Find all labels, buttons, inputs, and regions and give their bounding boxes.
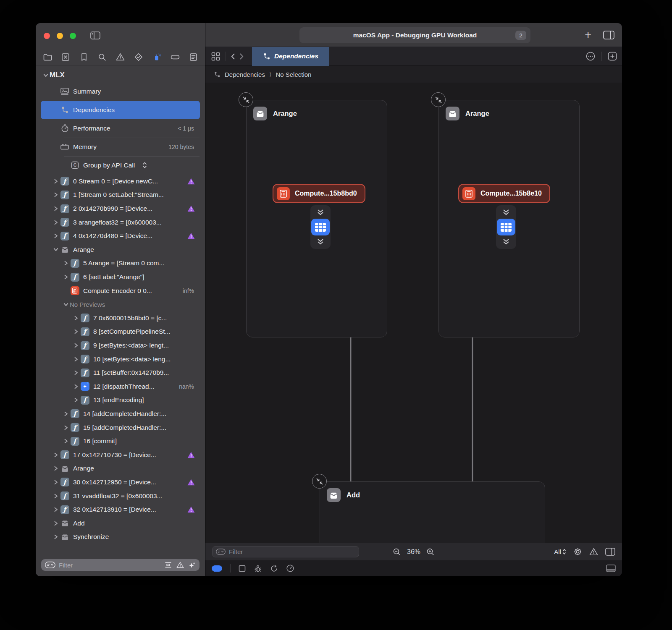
- toggle-sidebar-icon[interactable]: [90, 31, 100, 41]
- tree-row[interactable]: ƒ0 Stream 0 = [Device newC...: [36, 175, 205, 188]
- chevron-right-icon[interactable]: [72, 329, 80, 335]
- chevron-right-icon[interactable]: [72, 356, 80, 362]
- chevron-down-icon[interactable]: [52, 247, 60, 252]
- tree-row[interactable]: ƒ30 0x142712950 = [Device...: [36, 476, 205, 489]
- back-chevron-icon[interactable]: [230, 52, 236, 60]
- ellipsis-circle-icon[interactable]: [585, 51, 596, 61]
- bug-icon[interactable]: [254, 564, 262, 572]
- square-select-icon[interactable]: [239, 565, 246, 572]
- search-icon[interactable]: [97, 52, 108, 63]
- tree-row[interactable]: ƒ1 [Stream 0 setLabel:"Stream...: [36, 188, 205, 202]
- updown-chevrons-icon[interactable]: [142, 162, 147, 169]
- tree-row[interactable]: ƒ4 0x14270d480 = [Device...: [36, 229, 205, 243]
- tree-row[interactable]: Add: [36, 516, 205, 530]
- grid-overview-icon[interactable]: [205, 52, 226, 61]
- breadcrumb-item[interactable]: Dependencies: [225, 71, 265, 78]
- blue-capsule-toggle[interactable]: [212, 565, 222, 572]
- tree-row[interactable]: ƒ6 [setLabel:"Arange"]: [36, 270, 205, 284]
- bottom-panel-icon[interactable]: [606, 565, 616, 572]
- chevron-right-icon[interactable]: [52, 534, 60, 540]
- chevron-right-icon[interactable]: [72, 370, 80, 376]
- chevron-right-icon[interactable]: [52, 192, 60, 198]
- sidebar-item-performance[interactable]: Performance< 1 µs: [36, 119, 205, 138]
- collapse-group-button[interactable]: [239, 92, 253, 107]
- add-editor-icon[interactable]: [608, 52, 617, 61]
- report-list-icon[interactable]: [188, 52, 199, 63]
- chevron-right-icon[interactable]: [72, 397, 80, 403]
- chevron-right-icon[interactable]: [52, 206, 60, 212]
- resource-node[interactable]: [496, 205, 516, 249]
- collapse-group-button[interactable]: [312, 474, 327, 489]
- tree-row[interactable]: Arange: [36, 462, 205, 476]
- graph-filter-field[interactable]: Filter: [212, 546, 359, 557]
- chevron-right-icon[interactable]: [52, 520, 60, 526]
- chevron-right-icon[interactable]: [72, 342, 80, 348]
- folder-icon[interactable]: [42, 52, 53, 63]
- tree-row[interactable]: ƒ3 arangefloat32 = [0x600003...: [36, 215, 205, 229]
- tree-row[interactable]: ƒ5 Arange = [Stream 0 com...: [36, 256, 205, 270]
- chevron-right-icon[interactable]: [62, 260, 70, 266]
- chevron-right-icon[interactable]: [62, 274, 70, 280]
- chevron-right-icon[interactable]: [62, 425, 70, 431]
- group-arange-2[interactable]: Arange Compute...15b8e10: [438, 100, 580, 337]
- tree-row[interactable]: ƒ8 [setComputePipelineSt...: [36, 325, 205, 339]
- refresh-icon[interactable]: [270, 565, 278, 572]
- forward-chevron-icon[interactable]: [239, 52, 244, 60]
- chevron-right-icon[interactable]: [52, 479, 60, 485]
- spray-can-icon[interactable]: [151, 52, 162, 63]
- sidebar-item-summary[interactable]: Summary: [36, 82, 205, 101]
- zoom-level[interactable]: 36%: [407, 548, 420, 556]
- flatten-hierarchy-icon[interactable]: [165, 562, 172, 568]
- tree-row[interactable]: ƒ10 [setBytes:<data> leng...: [36, 352, 205, 366]
- minimize-button[interactable]: [57, 33, 63, 39]
- tree-row[interactable]: ƒ11 [setBuffer:0x14270b9...: [36, 366, 205, 380]
- zoom-in-icon[interactable]: [426, 548, 435, 556]
- right-panel-icon[interactable]: [605, 548, 615, 556]
- chevron-right-icon[interactable]: [72, 384, 80, 390]
- new-tab-button[interactable]: +: [585, 29, 591, 41]
- chevron-right-icon[interactable]: [52, 493, 60, 499]
- compute-encoder-node[interactable]: Compute...15b8bd0: [273, 184, 365, 203]
- tree-row[interactable]: ƒ32 0x142713910 = [Device...: [36, 503, 205, 517]
- tab-dependencies[interactable]: Dependencies: [252, 47, 329, 66]
- tree-row[interactable]: ƒ17 0x142710730 = [Device...: [36, 448, 205, 462]
- chevron-right-icon[interactable]: [52, 452, 60, 458]
- sidebar-filter-field[interactable]: Filter: [41, 559, 200, 571]
- tree-row[interactable]: ƒ7 0x6000015b8bd0 = [c...: [36, 311, 205, 325]
- resource-node[interactable]: [310, 205, 331, 249]
- chevron-right-icon[interactable]: [62, 438, 70, 444]
- chevron-right-icon[interactable]: [52, 178, 60, 184]
- chevron-down-icon[interactable]: [42, 73, 50, 78]
- tree-row[interactable]: ✦+12 [dispatchThread...nan%: [36, 380, 205, 394]
- chevron-right-icon[interactable]: [52, 220, 60, 225]
- chevron-right-icon[interactable]: [62, 411, 70, 417]
- group-arange-1[interactable]: Arange Compute...15b8bd0: [246, 100, 387, 337]
- tree-row[interactable]: Arange: [36, 243, 205, 257]
- tree-row[interactable]: ƒ2 0x14270b990 = [Device...: [36, 202, 205, 216]
- zoom-out-icon[interactable]: [393, 548, 401, 556]
- group-add[interactable]: Add: [320, 481, 545, 543]
- tree-row[interactable]: ƒ9 [setBytes:<data> lengt...: [36, 339, 205, 353]
- gauge-icon[interactable]: [286, 564, 294, 572]
- sparkle-filter-icon[interactable]: [189, 562, 196, 569]
- tree-row[interactable]: Synchronize: [36, 530, 205, 544]
- bookmark-icon[interactable]: [79, 52, 89, 63]
- dependency-graph-canvas[interactable]: Arange Compute...15b8bd0: [205, 83, 622, 543]
- zoom-button[interactable]: [70, 33, 76, 39]
- test-diamond-icon[interactable]: [133, 52, 144, 63]
- compute-encoder-node[interactable]: Compute...15b8e10: [458, 184, 550, 203]
- split-editor-icon[interactable]: [603, 31, 614, 39]
- chevron-down-icon[interactable]: [62, 302, 70, 307]
- window-tab[interactable]: macOS App - Debugging GPU Workload 2: [299, 27, 530, 43]
- warning-triangle-icon[interactable]: [115, 52, 126, 63]
- sidebar-item-memory[interactable]: Memory120 bytes: [36, 138, 205, 156]
- scope-select[interactable]: All: [554, 548, 566, 555]
- gpu-capture-icon[interactable]: [60, 52, 71, 63]
- tree-row[interactable]: ƒ31 vvaddfloat32 = [0x600003...: [36, 489, 205, 503]
- tree-row[interactable]: ƒ14 [addCompletedHandler:...: [36, 407, 205, 421]
- gear-icon[interactable]: [573, 547, 582, 556]
- tree-row[interactable]: No Previews: [36, 298, 205, 311]
- tree-row[interactable]: ƒ13 [endEncoding]: [36, 393, 205, 407]
- tree-row[interactable]: ƒ15 [addCompletedHandler:...: [36, 421, 205, 434]
- close-button[interactable]: [44, 33, 50, 39]
